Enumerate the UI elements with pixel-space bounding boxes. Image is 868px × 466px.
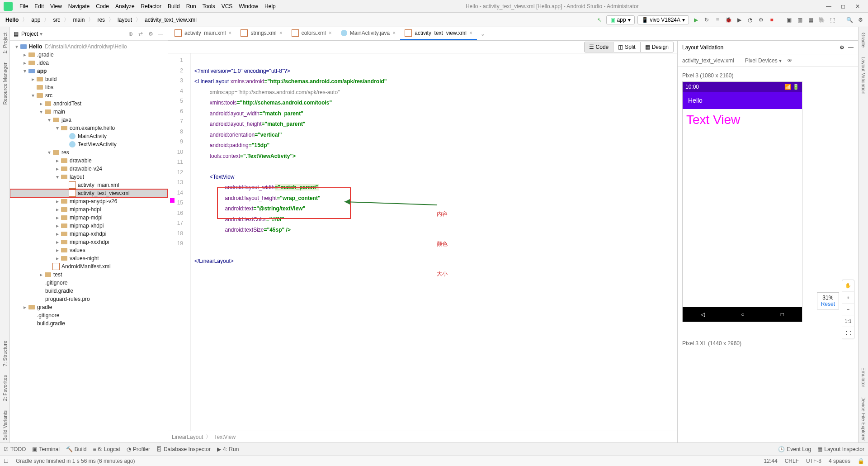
bottom-layout-inspector[interactable]: ▦ Layout Inspector bbox=[817, 446, 864, 452]
gear-icon[interactable]: ⚙ bbox=[840, 44, 844, 51]
apply-changes-icon[interactable]: ↻ bbox=[703, 16, 711, 24]
sdk-icon[interactable]: ▥ bbox=[796, 16, 804, 24]
tree-node[interactable]: build.gradle bbox=[10, 287, 168, 295]
resource-icon[interactable]: ▦ bbox=[807, 16, 815, 24]
target-icon[interactable]: ⊕ bbox=[127, 30, 134, 38]
profiler-icon[interactable]: ◔ bbox=[746, 16, 754, 24]
back-arrow-icon[interactable]: ↖ bbox=[595, 16, 604, 24]
tab-structure[interactable]: 7: Structure bbox=[1, 339, 9, 368]
tree-node[interactable]: .gitignore bbox=[10, 311, 168, 319]
bc-app[interactable]: app bbox=[29, 16, 42, 24]
bc-res[interactable]: res bbox=[95, 16, 107, 24]
tree-node[interactable]: activity_text_view.xml bbox=[10, 189, 168, 197]
tree-node[interactable]: ▸test bbox=[10, 271, 168, 279]
tab-project[interactable]: 1: Project bbox=[1, 31, 9, 55]
tree-node[interactable]: ▾res bbox=[10, 148, 168, 157]
menu-refactor[interactable]: Refactor bbox=[138, 3, 165, 10]
menu-navigate[interactable]: Navigate bbox=[65, 3, 93, 10]
hide-icon[interactable]: — bbox=[848, 44, 854, 51]
mode-split[interactable]: ◫ Split bbox=[613, 42, 640, 52]
bc-layout[interactable]: layout bbox=[116, 16, 134, 24]
avd-icon[interactable]: ▣ bbox=[785, 16, 793, 24]
tab-favorites[interactable]: 2: Favorites bbox=[1, 373, 9, 403]
tree-node[interactable]: AndroidManifest.xml bbox=[10, 262, 168, 271]
menu-help[interactable]: Help bbox=[261, 3, 279, 10]
run-config-selector[interactable]: ▣app▾ bbox=[606, 15, 635, 24]
zoom-in-icon[interactable]: + bbox=[842, 292, 854, 304]
menu-window[interactable]: Window bbox=[236, 3, 261, 10]
settings-icon[interactable]: ⚙ bbox=[856, 16, 864, 24]
device-selector[interactable]: 📱vivo V1824A▾ bbox=[637, 15, 689, 24]
tree-node[interactable]: activity_main.xml bbox=[10, 181, 168, 189]
tab-strings[interactable]: strings.xml× bbox=[236, 27, 287, 40]
bottom-terminal[interactable]: ▣ Terminal bbox=[32, 446, 59, 452]
crumb-linearlayout[interactable]: LinearLayout bbox=[172, 434, 203, 440]
tree-node[interactable]: ▸values bbox=[10, 246, 168, 254]
menu-run[interactable]: Run bbox=[183, 3, 199, 10]
bc-file[interactable]: activity_text_view.xml bbox=[143, 16, 198, 24]
menu-file[interactable]: File bbox=[16, 3, 31, 10]
zoom-100-icon[interactable]: ⛶ bbox=[842, 327, 854, 339]
tree-node[interactable]: MainActivity bbox=[10, 132, 168, 140]
tree-node[interactable]: ▸mipmap-anydpi-v26 bbox=[10, 197, 168, 205]
tree-node[interactable]: ▾main bbox=[10, 108, 168, 116]
tab-gradle[interactable]: Gradle bbox=[860, 31, 867, 49]
menu-code[interactable]: Code bbox=[93, 3, 112, 10]
bc-main[interactable]: main bbox=[71, 16, 86, 24]
coverage-icon[interactable]: ▶ bbox=[735, 16, 743, 24]
preview-pixel3[interactable]: 10:00📶 🔋 Hello Text View ◁○□ bbox=[682, 81, 802, 322]
close-icon[interactable]: × bbox=[392, 30, 396, 36]
zoom-fit-icon[interactable]: 1:1 bbox=[842, 315, 854, 327]
tree-node[interactable]: ▸mipmap-xxxhdpi bbox=[10, 238, 168, 246]
tree-node[interactable]: ▸mipmap-xxhdpi bbox=[10, 230, 168, 238]
caret-position[interactable]: 12:44 bbox=[764, 458, 778, 464]
tree-node[interactable]: ▸gradle bbox=[10, 303, 168, 311]
tab-mainactivity[interactable]: MainActivity.java× bbox=[336, 27, 401, 40]
tree-node[interactable]: ▸values-night bbox=[10, 254, 168, 262]
bottom-db[interactable]: 🗄 Database Inspector bbox=[156, 446, 211, 452]
menu-vcs[interactable]: VCS bbox=[218, 3, 236, 10]
bottom-logcat[interactable]: ≡ 6: Logcat bbox=[93, 446, 120, 452]
menu-edit[interactable]: Edit bbox=[31, 3, 47, 10]
project-tree[interactable]: ▾HelloD:\install\Android\Androidwp\Hello… bbox=[10, 41, 168, 442]
tree-node[interactable]: ▾layout bbox=[10, 173, 168, 181]
apply-code-icon[interactable]: ≡ bbox=[713, 16, 722, 24]
tab-layout-validation[interactable]: Layout Validation bbox=[860, 55, 867, 96]
mode-design[interactable]: ▦ Design bbox=[641, 42, 674, 52]
sync-icon[interactable]: 🐘 bbox=[817, 16, 826, 24]
tree-node[interactable]: ▸mipmap-mdpi bbox=[10, 214, 168, 222]
expand-icon[interactable]: ⇄ bbox=[137, 30, 144, 38]
tree-node[interactable]: ▸mipmap-hdpi bbox=[10, 205, 168, 214]
crumb-textview[interactable]: TextView bbox=[214, 434, 236, 440]
tab-device-file-explorer[interactable]: Device File Explorer bbox=[860, 395, 867, 442]
tree-node[interactable]: libs bbox=[10, 83, 168, 91]
tab-activity-main[interactable]: activity_main.xml× bbox=[170, 27, 236, 40]
zoom-reset[interactable]: Reset bbox=[821, 301, 835, 307]
maximize-button[interactable]: ◻ bbox=[840, 3, 846, 10]
hide-icon[interactable]: — bbox=[157, 30, 164, 38]
line-separator[interactable]: CRLF bbox=[785, 458, 799, 464]
run-icon[interactable]: ▶ bbox=[692, 16, 700, 24]
tab-emulator[interactable]: Emulator bbox=[860, 366, 867, 389]
structure-icon[interactable]: ⬚ bbox=[828, 16, 836, 24]
close-icon[interactable]: × bbox=[329, 30, 332, 36]
tree-node[interactable]: ▸androidTest bbox=[10, 100, 168, 108]
tree-node[interactable]: ▸build bbox=[10, 75, 168, 83]
tree-node[interactable]: ▸mipmap-xhdpi bbox=[10, 222, 168, 230]
tab-colors[interactable]: colors.xml× bbox=[287, 27, 336, 40]
tab-activity-text-view[interactable]: activity_text_view.xml× bbox=[400, 27, 477, 40]
close-icon[interactable]: × bbox=[469, 30, 472, 36]
tree-node[interactable]: TextViewActivity bbox=[10, 140, 168, 148]
code-area[interactable]: <?xml version="1.0" encoding="utf-8"?> <… bbox=[191, 53, 677, 431]
project-view-selector[interactable]: Project bbox=[21, 31, 42, 37]
tree-node[interactable]: ▸.gradle bbox=[10, 51, 168, 59]
tree-node[interactable]: ▾java bbox=[10, 116, 168, 124]
minimize-button[interactable]: — bbox=[826, 3, 832, 10]
stop-icon[interactable]: ■ bbox=[768, 16, 776, 24]
debug-icon[interactable]: 🐞 bbox=[724, 16, 732, 24]
bc-hello[interactable]: Hello bbox=[4, 16, 20, 24]
zoom-out-icon[interactable]: − bbox=[842, 304, 854, 315]
menu-tools[interactable]: Tools bbox=[199, 3, 218, 10]
menu-view[interactable]: View bbox=[47, 3, 65, 10]
bottom-profiler[interactable]: ◔ Profiler bbox=[127, 446, 150, 452]
